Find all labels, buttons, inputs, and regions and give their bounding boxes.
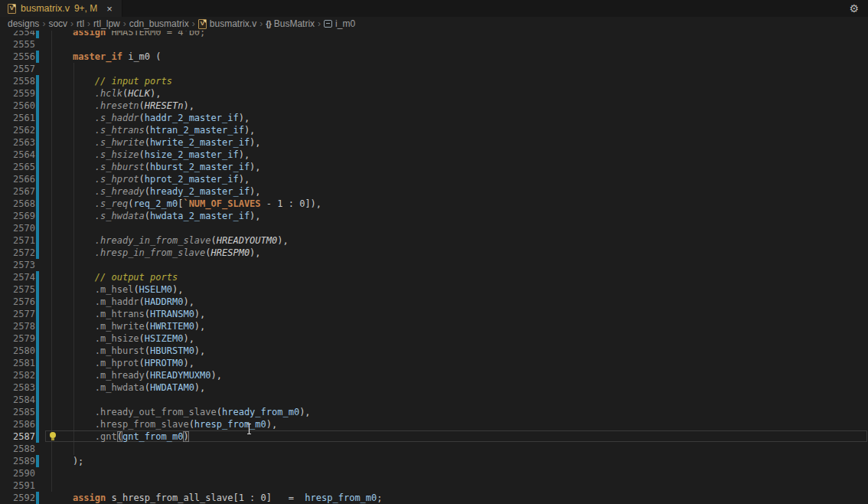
line-number[interactable]: 2556 [0, 51, 35, 63]
breadcrumb-item-rtl[interactable]: rtl [77, 18, 84, 29]
line-number[interactable]: 2572 [0, 247, 35, 259]
code-line[interactable]: 2591 [0, 479, 868, 492]
breadcrumb-item-designs[interactable]: designs [8, 18, 39, 29]
code-text: .m_hwrite(HWRITEM0), [51, 320, 205, 332]
line-number[interactable]: 2582 [0, 369, 35, 381]
line-number[interactable]: 2575 [0, 283, 35, 296]
code-line[interactable]: 2590 [0, 467, 868, 479]
breadcrumb-item-cdn-busmatrix[interactable]: cdn_busmatrix [129, 18, 189, 29]
line-number[interactable]: 2565 [0, 161, 35, 173]
code-line[interactable]: 2574 // output ports [0, 271, 868, 283]
code-line[interactable]: 2586 .hresp_from_slave(hresp_from_m0), [0, 418, 868, 430]
line-number[interactable]: 2585 [0, 406, 35, 418]
line-number[interactable]: 2577 [0, 308, 35, 320]
code-line[interactable]: 2559 .hclk(HCLK), [0, 87, 868, 100]
line-number[interactable]: 2557 [0, 63, 35, 75]
code-line[interactable]: 2561 .s_haddr(haddr_2_master_if), [0, 112, 868, 124]
line-number[interactable]: 2580 [0, 345, 35, 357]
line-number[interactable]: 2590 [0, 467, 35, 479]
code-line[interactable]: 2572 .hresp_in_from_slave(HRESPM0), [0, 247, 868, 259]
code-line[interactable]: 2573 [0, 259, 868, 271]
code-line[interactable]: 2562 .s_htrans(htran_2_master_if), [0, 124, 868, 136]
code-line[interactable]: 2584 [0, 394, 868, 406]
code-line[interactable]: 2569 .s_hwdata(hwdata_2_master_if), [0, 210, 868, 222]
line-number[interactable]: 2562 [0, 124, 35, 136]
line-number[interactable]: 2561 [0, 112, 35, 124]
code-line[interactable]: 2589 ); [0, 455, 868, 467]
gutter-modified-indicator [36, 222, 39, 234]
code-line[interactable]: 2578 .m_hwrite(HWRITEM0), [0, 320, 868, 332]
code-line[interactable]: 2585 .hready_out_from_slave(hready_from_… [0, 406, 868, 418]
line-number[interactable]: 2564 [0, 149, 35, 161]
tab-title: busmatrix.v [21, 3, 70, 14]
line-number[interactable]: 2554 [0, 31, 35, 38]
code-line[interactable]: 2583 .m_hwdata(HWDATAM0), [0, 381, 868, 394]
code-line[interactable]: 2582 .m_hready(HREADYMUXM0), [0, 369, 868, 381]
line-number[interactable]: 2570 [0, 222, 35, 234]
line-number[interactable]: 2592 [0, 492, 35, 504]
line-number[interactable]: 2558 [0, 75, 35, 87]
line-number[interactable]: 2566 [0, 173, 35, 185]
close-tab-icon[interactable]: × [106, 4, 113, 14]
code-line[interactable]: 2575 .m_hsel(HSELM0), [0, 283, 868, 296]
breadcrumb-item-i-m0[interactable]: i_m0 [324, 18, 355, 29]
code-line[interactable]: 2587 .gnt(gnt_from_m0) [0, 430, 868, 443]
code-line[interactable]: 2577 .m_htrans(HTRANSM0), [0, 308, 868, 320]
line-number[interactable]: 2589 [0, 455, 35, 467]
code-text: .s_htrans(htran_2_master_if), [51, 124, 255, 136]
code-line[interactable]: 2588 [0, 443, 868, 455]
line-number[interactable]: 2568 [0, 198, 35, 210]
line-number[interactable]: 2587 [0, 430, 35, 443]
code-line[interactable]: 2581 .m_hprot(HPROTM0), [0, 357, 868, 369]
code-line[interactable]: 2558 // input ports [0, 75, 868, 87]
code-line[interactable]: 2555 [0, 38, 868, 51]
code-line[interactable]: 2556 master_if i_m0 ( [0, 51, 868, 63]
line-number[interactable]: 2567 [0, 185, 35, 198]
code-line[interactable]: 2567 .s_hready(hready_2_master_if), [0, 185, 868, 198]
line-number[interactable]: 2573 [0, 259, 35, 271]
line-number[interactable]: 2579 [0, 332, 35, 345]
line-number[interactable]: 2584 [0, 394, 35, 406]
breadcrumb-item-rtl-lpw[interactable]: rtl_lpw [93, 18, 120, 29]
line-number[interactable]: 2576 [0, 296, 35, 308]
line-number[interactable]: 2569 [0, 210, 35, 222]
code-line[interactable]: 2570 [0, 222, 868, 234]
breadcrumb-item-busmatrix-v[interactable]: Vbusmatrix.v [198, 18, 256, 29]
code-line[interactable]: 2560 .hresetn(HRESETn), [0, 100, 868, 112]
code-line[interactable]: 2580 .m_hburst(HBURSTM0), [0, 345, 868, 357]
symbol-field-icon [324, 20, 332, 28]
code-text: .m_hburst(HBURSTM0), [51, 345, 205, 357]
tab-busmatrix[interactable]: V busmatrix.v 9+, M × [0, 0, 122, 17]
breadcrumb-item-socv[interactable]: socv [48, 18, 67, 29]
line-number[interactable]: 2560 [0, 100, 35, 112]
line-number[interactable]: 2583 [0, 381, 35, 394]
breadcrumb-item-busmatrix[interactable]: {}BusMatrix [266, 18, 315, 29]
code-line[interactable]: 2571 .hready_in_from_slave(HREADYOUTM0), [0, 234, 868, 247]
line-number[interactable]: 2581 [0, 357, 35, 369]
gear-icon[interactable]: ⚙ [849, 3, 859, 14]
code-line[interactable]: 2579 .m_hsize(HSIZEM0), [0, 332, 868, 345]
code-text: .hresp_from_slave(hresp_from_m0), [51, 418, 277, 430]
code-text: .m_htrans(HTRANSM0), [51, 308, 205, 320]
line-number[interactable]: 2588 [0, 443, 35, 455]
line-number[interactable]: 2555 [0, 38, 35, 51]
code-line[interactable]: 2565 .s_hburst(hburst_2_master_if), [0, 161, 868, 173]
code-line[interactable]: 2592 assign s_hresp_from_all_slave[1 : 0… [0, 492, 868, 504]
line-number[interactable]: 2559 [0, 87, 35, 100]
code-line[interactable]: 2568 .s_req(req_2_m0[`NUM_OF_SLAVES - 1 … [0, 198, 868, 210]
code-editor[interactable]: 2554 assign HMASTERM0 = 4'b0;25552556 ma… [0, 31, 868, 504]
line-number[interactable]: 2563 [0, 136, 35, 149]
code-line[interactable]: 2563 .s_hwrite(hwrite_2_master_if), [0, 136, 868, 149]
code-line[interactable]: 2557 [0, 63, 868, 75]
line-number[interactable]: 2571 [0, 234, 35, 247]
code-line[interactable]: 2564 .s_hsize(hsize_2_master_if), [0, 149, 868, 161]
code-line[interactable]: 2554 assign HMASTERM0 = 4'b0; [0, 31, 868, 38]
code-line[interactable]: 2576 .m_haddr(HADDRM0), [0, 296, 868, 308]
line-number[interactable]: 2586 [0, 418, 35, 430]
line-number[interactable]: 2578 [0, 320, 35, 332]
code-text: .hresetn(HRESETn), [51, 100, 194, 112]
code-text: .m_hsel(HSELM0), [51, 283, 183, 296]
code-line[interactable]: 2566 .s_hprot(hprot_2_master_if), [0, 173, 868, 185]
line-number[interactable]: 2574 [0, 271, 35, 283]
line-number[interactable]: 2591 [0, 479, 35, 492]
